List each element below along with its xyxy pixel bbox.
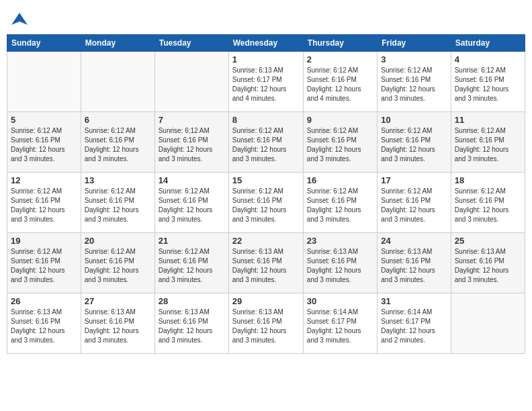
day-info: Sunrise: 6:12 AM Sunset: 6:16 PM Dayligh… [455,126,521,164]
day-info: Sunrise: 6:13 AM Sunset: 6:16 PM Dayligh… [381,247,447,285]
day-number: 22 [232,236,300,246]
day-info: Sunrise: 6:13 AM Sunset: 6:16 PM Dayligh… [307,247,373,285]
day-number: 7 [159,115,225,125]
day-info: Sunrise: 6:12 AM Sunset: 6:16 PM Dayligh… [307,126,373,164]
calendar-cell: 29Sunrise: 6:13 AM Sunset: 6:16 PM Dayli… [228,293,303,354]
day-number: 25 [455,236,521,246]
day-info: Sunrise: 6:14 AM Sunset: 6:17 PM Dayligh… [381,308,447,345]
calendar-cell: 4Sunrise: 6:12 AM Sunset: 6:16 PM Daylig… [451,52,525,112]
day-info: Sunrise: 6:13 AM Sunset: 6:17 PM Dayligh… [232,66,300,103]
day-info: Sunrise: 6:13 AM Sunset: 6:16 PM Dayligh… [232,247,300,285]
day-info: Sunrise: 6:12 AM Sunset: 6:16 PM Dayligh… [232,187,300,224]
day-header-thursday: Thursday [303,35,377,52]
day-info: Sunrise: 6:12 AM Sunset: 6:16 PM Dayligh… [159,187,225,224]
calendar-cell: 10Sunrise: 6:12 AM Sunset: 6:16 PM Dayli… [378,112,451,173]
calendar-cell [154,52,228,112]
day-info: Sunrise: 6:12 AM Sunset: 6:16 PM Dayligh… [381,187,447,224]
day-info: Sunrise: 6:12 AM Sunset: 6:16 PM Dayligh… [85,247,151,285]
day-number: 6 [85,115,151,125]
day-info: Sunrise: 6:12 AM Sunset: 6:16 PM Dayligh… [307,187,373,224]
day-header-monday: Monday [81,35,154,52]
day-number: 1 [232,54,300,64]
calendar-cell: 2Sunrise: 6:12 AM Sunset: 6:16 PM Daylig… [303,52,377,112]
day-info: Sunrise: 6:12 AM Sunset: 6:16 PM Dayligh… [307,66,373,103]
calendar-cell: 19Sunrise: 6:12 AM Sunset: 6:16 PM Dayli… [7,233,81,293]
day-info: Sunrise: 6:12 AM Sunset: 6:16 PM Dayligh… [455,66,521,103]
calendar-cell: 12Sunrise: 6:12 AM Sunset: 6:16 PM Dayli… [7,173,81,233]
calendar-cell: 20Sunrise: 6:12 AM Sunset: 6:16 PM Dayli… [81,233,154,293]
calendar-cell: 5Sunrise: 6:12 AM Sunset: 6:16 PM Daylig… [7,112,81,173]
day-number: 12 [11,175,77,185]
day-info: Sunrise: 6:12 AM Sunset: 6:16 PM Dayligh… [11,126,77,164]
day-number: 14 [159,175,225,185]
day-number: 4 [455,54,521,64]
day-header-tuesday: Tuesday [154,35,228,52]
day-number: 9 [307,115,373,125]
day-info: Sunrise: 6:12 AM Sunset: 6:16 PM Dayligh… [11,187,77,224]
day-info: Sunrise: 6:13 AM Sunset: 6:16 PM Dayligh… [455,247,521,285]
day-number: 21 [159,236,225,246]
day-header-wednesday: Wednesday [228,35,303,52]
day-info: Sunrise: 6:12 AM Sunset: 6:16 PM Dayligh… [159,126,225,164]
day-number: 16 [307,175,373,185]
day-number: 20 [85,236,151,246]
calendar-cell: 30Sunrise: 6:14 AM Sunset: 6:17 PM Dayli… [303,293,377,354]
calendar-cell: 6Sunrise: 6:12 AM Sunset: 6:16 PM Daylig… [81,112,154,173]
day-number: 26 [11,296,77,306]
calendar-cell: 21Sunrise: 6:12 AM Sunset: 6:16 PM Dayli… [154,233,228,293]
calendar-cell [451,293,525,354]
calendar-cell: 8Sunrise: 6:12 AM Sunset: 6:16 PM Daylig… [228,112,303,173]
calendar-week-row: 5Sunrise: 6:12 AM Sunset: 6:16 PM Daylig… [7,112,525,173]
calendar-cell: 24Sunrise: 6:13 AM Sunset: 6:16 PM Dayli… [378,233,451,293]
calendar-cell: 7Sunrise: 6:12 AM Sunset: 6:16 PM Daylig… [154,112,228,173]
day-info: Sunrise: 6:13 AM Sunset: 6:16 PM Dayligh… [232,308,300,345]
calendar-cell: 28Sunrise: 6:13 AM Sunset: 6:16 PM Dayli… [154,293,228,354]
calendar-cell: 31Sunrise: 6:14 AM Sunset: 6:17 PM Dayli… [378,293,451,354]
calendar-cell: 9Sunrise: 6:12 AM Sunset: 6:16 PM Daylig… [303,112,377,173]
day-number: 24 [381,236,447,246]
day-info: Sunrise: 6:12 AM Sunset: 6:16 PM Dayligh… [232,126,300,164]
calendar-cell: 1Sunrise: 6:13 AM Sunset: 6:17 PM Daylig… [228,52,303,112]
calendar-cell: 13Sunrise: 6:12 AM Sunset: 6:16 PM Dayli… [81,173,154,233]
day-number: 17 [381,175,447,185]
day-info: Sunrise: 6:12 AM Sunset: 6:16 PM Dayligh… [159,247,225,285]
day-number: 19 [11,236,77,246]
calendar-cell: 22Sunrise: 6:13 AM Sunset: 6:16 PM Dayli… [228,233,303,293]
header [7,7,525,29]
day-info: Sunrise: 6:13 AM Sunset: 6:16 PM Dayligh… [11,308,77,345]
calendar-cell: 14Sunrise: 6:12 AM Sunset: 6:16 PM Dayli… [154,173,228,233]
day-info: Sunrise: 6:12 AM Sunset: 6:16 PM Dayligh… [85,187,151,224]
day-number: 3 [381,54,447,64]
calendar-cell: 15Sunrise: 6:12 AM Sunset: 6:16 PM Dayli… [228,173,303,233]
day-number: 27 [85,296,151,306]
day-info: Sunrise: 6:13 AM Sunset: 6:16 PM Dayligh… [85,308,151,345]
calendar-cell: 25Sunrise: 6:13 AM Sunset: 6:16 PM Dayli… [451,233,525,293]
calendar-table: SundayMondayTuesdayWednesdayThursdayFrid… [7,34,525,354]
calendar-week-row: 1Sunrise: 6:13 AM Sunset: 6:17 PM Daylig… [7,52,525,112]
day-info: Sunrise: 6:12 AM Sunset: 6:16 PM Dayligh… [455,187,521,224]
day-number: 31 [381,296,447,306]
day-number: 8 [232,115,300,125]
calendar-cell: 23Sunrise: 6:13 AM Sunset: 6:16 PM Dayli… [303,233,377,293]
day-number: 29 [232,296,300,306]
calendar-week-row: 19Sunrise: 6:12 AM Sunset: 6:16 PM Dayli… [7,233,525,293]
day-number: 28 [159,296,225,306]
calendar-header-row: SundayMondayTuesdayWednesdayThursdayFrid… [7,35,525,52]
calendar-cell: 26Sunrise: 6:13 AM Sunset: 6:16 PM Dayli… [7,293,81,354]
calendar-week-row: 26Sunrise: 6:13 AM Sunset: 6:16 PM Dayli… [7,293,525,354]
day-number: 10 [381,115,447,125]
day-info: Sunrise: 6:12 AM Sunset: 6:16 PM Dayligh… [11,247,77,285]
logo [10,10,32,29]
day-header-friday: Friday [378,35,451,52]
calendar-cell: 27Sunrise: 6:13 AM Sunset: 6:16 PM Dayli… [81,293,154,354]
calendar-cell: 18Sunrise: 6:12 AM Sunset: 6:16 PM Dayli… [451,173,525,233]
calendar-cell: 17Sunrise: 6:12 AM Sunset: 6:16 PM Dayli… [378,173,451,233]
day-info: Sunrise: 6:12 AM Sunset: 6:16 PM Dayligh… [381,126,447,164]
calendar-cell: 11Sunrise: 6:12 AM Sunset: 6:16 PM Dayli… [451,112,525,173]
calendar-cell: 16Sunrise: 6:12 AM Sunset: 6:16 PM Dayli… [303,173,377,233]
calendar-cell [7,52,81,112]
day-number: 11 [455,115,521,125]
logo-icon [10,10,29,29]
calendar-week-row: 12Sunrise: 6:12 AM Sunset: 6:16 PM Dayli… [7,173,525,233]
day-number: 30 [307,296,373,306]
